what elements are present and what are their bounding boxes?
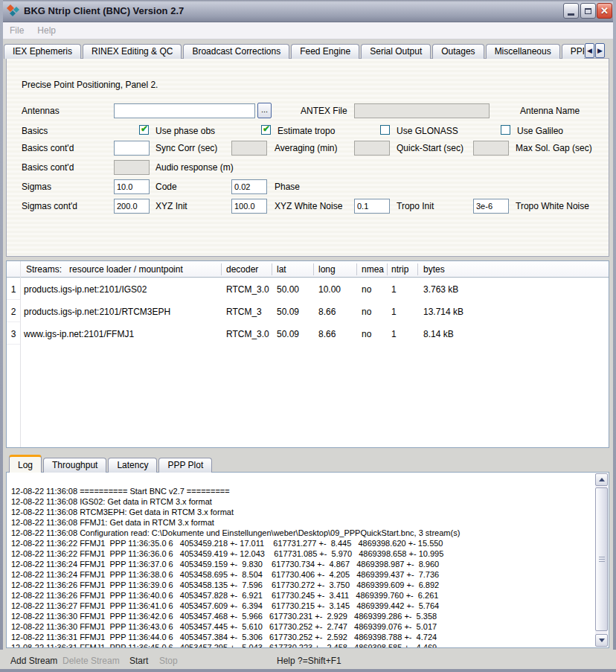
- sigmas-contd-label: Sigmas cont'd: [22, 201, 77, 211]
- tab-throughput[interactable]: Throughput: [43, 458, 106, 473]
- streams-table-header: Streams: resource loader / mountpoint de…: [7, 261, 609, 278]
- menu-file[interactable]: File: [10, 25, 24, 36]
- col-nmea: nmea: [362, 264, 384, 275]
- antex-browse-button[interactable]: ...: [257, 103, 272, 118]
- xyz-init-input[interactable]: [114, 199, 150, 214]
- tab-scroll-left-icon[interactable]: ◀: [585, 43, 594, 58]
- scrollbar-thumb[interactable]: [595, 487, 608, 631]
- log-scrollbar[interactable]: [595, 473, 608, 647]
- use-glonass-label: Use GLONASS: [397, 126, 458, 136]
- antex-file-input: [354, 103, 490, 118]
- audio-response-label: Audio response (m): [155, 162, 234, 173]
- stop-button: Stop: [159, 656, 178, 666]
- tab-latency[interactable]: Latency: [108, 458, 157, 473]
- bnc-window: BKG Ntrip Client (BNC) Version 2.7 ✕ Fil…: [0, 0, 616, 672]
- max-sol-gap-label: Max Sol. Gap (sec): [516, 143, 592, 153]
- tab-ppp-1[interactable]: PPP (1): [562, 44, 584, 59]
- menu-bar: File Help: [3, 22, 613, 39]
- use-galileo-checkbox[interactable]: [501, 125, 510, 135]
- cell-ntrip: 1: [391, 307, 397, 317]
- cell-nmea: no: [362, 307, 371, 317]
- sigma-phase-input[interactable]: [231, 179, 267, 194]
- log-panel: 12-08-22 11:36:08 ========== Start BNC v…: [6, 472, 609, 648]
- close-button[interactable]: ✕: [597, 3, 612, 19]
- basics-contd2-label: Basics cont'd: [22, 162, 74, 173]
- estimate-tropo-label: Estimate tropo: [277, 126, 335, 136]
- maximize-icon: [585, 8, 591, 14]
- cell-nmea: no: [362, 329, 371, 339]
- scroll-up-button[interactable]: [595, 473, 608, 486]
- cell-mount: www.igs-ip.net:2101/FFMJ1: [24, 329, 134, 339]
- tropo-init-label: Tropo Init: [397, 201, 434, 211]
- col-long: long: [318, 264, 336, 275]
- use-phase-obs-checkbox[interactable]: [139, 125, 149, 135]
- cell-lat: 50.00: [277, 284, 299, 295]
- antex-file-label: ANTEX File: [301, 106, 347, 116]
- log-text[interactable]: 12-08-22 11:36:08 ========== Start BNC v…: [7, 473, 595, 647]
- menu-help[interactable]: Help: [37, 25, 56, 36]
- col-ntrip: ntrip: [391, 264, 408, 275]
- maximize-button[interactable]: [580, 3, 596, 19]
- cell-mount: products.igs-ip.net:2101/IGS02: [24, 284, 147, 295]
- xyz-white-noise-input[interactable]: [231, 199, 267, 214]
- cell-num: 1: [7, 284, 20, 300]
- minimize-button[interactable]: [563, 3, 579, 19]
- streams-table: Streams: resource loader / mountpoint de…: [6, 260, 609, 448]
- status-bar: Add Stream Delete Stream Start Stop Help…: [3, 648, 613, 669]
- tab-broadcast-corrections[interactable]: Broadcast Corrections: [183, 44, 289, 59]
- cell-lat: 50.09: [277, 329, 299, 339]
- tab-rinex-editing-qc[interactable]: RINEX Editing & QC: [83, 44, 182, 59]
- cell-decoder: RTCM_3.0: [226, 329, 269, 339]
- use-phase-obs-label: Use phase obs: [155, 126, 215, 136]
- scroll-down-button[interactable]: [595, 634, 608, 647]
- tab-outages[interactable]: Outages: [432, 44, 484, 59]
- panel-title: Precise Point Positioning, Panel 2.: [22, 80, 158, 90]
- start-button[interactable]: Start: [129, 656, 148, 666]
- antennas-label: Antennas: [22, 106, 60, 116]
- cell-long: 8.66: [318, 307, 336, 317]
- tab-feed-engine[interactable]: Feed Engine: [291, 44, 359, 59]
- use-glonass-checkbox[interactable]: [380, 125, 390, 135]
- tropo-init-input[interactable]: [354, 199, 390, 214]
- cell-ntrip: 1: [391, 329, 397, 339]
- sync-corr-label: Sync Corr (sec): [155, 143, 217, 153]
- cell-long: 8.66: [318, 329, 336, 339]
- xyz-white-noise-label: XYZ White Noise: [275, 201, 342, 211]
- table-row[interactable]: 1products.igs-ip.net:2101/IGS02RTCM_3.05…: [7, 278, 609, 300]
- col-lat: lat: [277, 264, 286, 275]
- table-row[interactable]: 3www.igs-ip.net:2101/FFMJ1RTCM_3.050.098…: [7, 322, 609, 345]
- table-row[interactable]: 2products.igs-ip.net:2101/RTCM3EPHRTCM_3…: [7, 300, 609, 322]
- audio-response-input: [114, 160, 150, 175]
- scroll-down-icon: [599, 639, 605, 642]
- tab-scroll-right-icon[interactable]: ▶: [595, 43, 605, 58]
- estimate-tropo-checkbox[interactable]: [261, 125, 271, 135]
- minimize-icon: [568, 13, 574, 16]
- cell-bytes: 13.714 kB: [423, 307, 463, 317]
- help-hint: Help ?=Shift+F1: [277, 656, 341, 666]
- tab-ppp-plot[interactable]: PPP Plot: [158, 458, 212, 473]
- cell-num: 3: [7, 329, 20, 345]
- use-galileo-label: Use Galileo: [517, 126, 563, 136]
- cell-mount: products.igs-ip.net:2101/RTCM3EPH: [24, 307, 170, 317]
- cell-num: 2: [7, 307, 20, 322]
- sync-corr-input[interactable]: [114, 141, 150, 156]
- cell-bytes: 3.763 kB: [423, 284, 458, 295]
- averaging-input: [231, 141, 267, 156]
- col-decoder: decoder: [226, 264, 258, 275]
- antennas-input[interactable]: [114, 103, 255, 118]
- title-bar[interactable]: BKG Ntrip Client (BNC) Version 2.7 ✕: [0, 0, 616, 22]
- add-stream-button[interactable]: Add Stream: [10, 656, 57, 666]
- window-title: BKG Ntrip Client (BNC) Version 2.7: [24, 5, 184, 16]
- tab-log[interactable]: Log: [9, 455, 42, 473]
- col-bytes: bytes: [423, 264, 445, 275]
- averaging-label: Averaging (min): [275, 143, 337, 153]
- sigma-code-input[interactable]: [114, 179, 150, 194]
- max-sol-gap-input: [473, 141, 509, 156]
- tab-iex-ephemeris[interactable]: IEX Ephemeris: [4, 44, 81, 59]
- tab-miscellaneous[interactable]: Miscellaneous: [486, 44, 560, 59]
- tropo-white-noise-input[interactable]: [473, 199, 509, 214]
- cell-bytes: 8.14 kB: [423, 329, 454, 339]
- cell-lat: 50.09: [277, 307, 299, 317]
- streams-rows: 1products.igs-ip.net:2101/IGS02RTCM_3.05…: [7, 278, 609, 449]
- tab-serial-output[interactable]: Serial Output: [361, 44, 431, 59]
